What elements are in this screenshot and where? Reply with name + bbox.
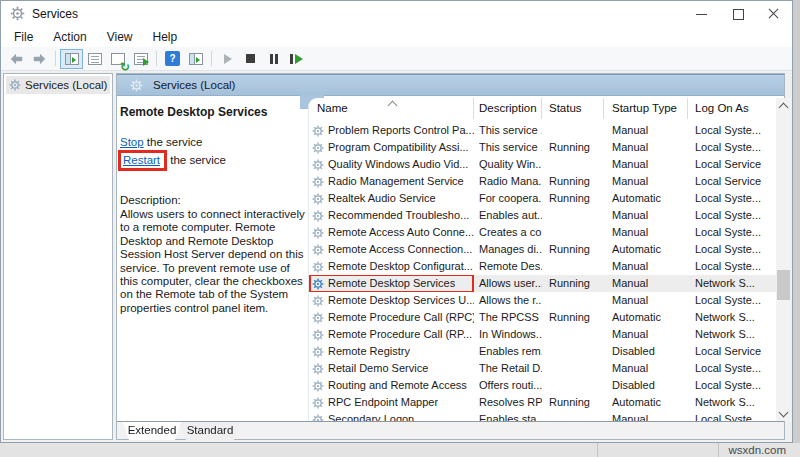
service-status-cell: Running (542, 241, 604, 258)
properties-icon[interactable] (83, 49, 106, 69)
minimize-button[interactable] (684, 1, 720, 27)
column-header-description[interactable]: Description (474, 98, 542, 119)
table-row[interactable]: Remote RegistryEnables rem...DisabledLoc… (309, 343, 777, 360)
forward-icon[interactable] (28, 49, 51, 69)
table-row[interactable]: Quality Windows Audio Vid...Quality Win.… (309, 156, 777, 173)
stop-service-icon[interactable] (239, 49, 262, 69)
column-header-log-on-as[interactable]: Log On As (688, 98, 777, 119)
service-name-cell: Remote Desktop Services U... (309, 292, 474, 309)
service-status-cell (542, 360, 604, 377)
service-status-cell: Running (542, 190, 604, 207)
show-action-pane-icon[interactable] (184, 49, 207, 69)
service-gear-icon (312, 329, 324, 341)
service-gear-icon (312, 193, 324, 205)
table-row[interactable]: Remote Access Connection...Manages di...… (309, 241, 777, 258)
service-name: Remote Registry (328, 343, 410, 360)
taskpad-header-bar: Services (Local) (117, 74, 784, 96)
start-service-icon[interactable] (216, 49, 239, 69)
scrollbar-thumb[interactable] (777, 270, 790, 300)
table-row[interactable]: Realtek Audio ServiceFor coopera...Runni… (309, 190, 777, 207)
service-name-cell: Retail Demo Service (309, 360, 474, 377)
main-area: Services (Local) Services (Local) Remote… (1, 71, 792, 442)
table-row[interactable]: RPC Endpoint MapperResolves RP...Running… (309, 394, 777, 411)
table-row[interactable]: Remote Procedure Call (RPC)The RPCSS s..… (309, 309, 777, 326)
menu-action[interactable]: Action (43, 28, 96, 46)
service-name: RPC Endpoint Mapper (328, 394, 438, 411)
tree-item-services-local[interactable]: Services (Local) (6, 76, 110, 94)
scroll-up-icon[interactable] (776, 98, 791, 113)
close-button[interactable] (756, 1, 792, 27)
service-name: Secondary Logon (328, 411, 414, 421)
service-startup-type-cell: Manual (604, 258, 688, 275)
export-list-icon[interactable] (129, 49, 152, 69)
back-icon[interactable] (5, 49, 28, 69)
restart-line-suffix: the service (167, 154, 226, 166)
service-status-cell (542, 343, 604, 360)
table-row[interactable]: Remote Procedure Call (RP...In Windows..… (309, 326, 777, 343)
table-row[interactable]: Remote Desktop ServicesAllows user...Run… (309, 275, 777, 292)
service-name: Quality Windows Audio Vid... (328, 156, 468, 173)
table-row[interactable]: Routing and Remote AccessOffers routi...… (309, 377, 777, 394)
service-description-cell: Manages di... (474, 241, 542, 258)
table-row[interactable]: Problem Reports Control Pa...This servic… (309, 122, 777, 139)
toolbar: ↻ (1, 47, 792, 71)
service-status-cell (542, 156, 604, 173)
menu-view[interactable]: View (97, 28, 143, 46)
help-icon[interactable] (161, 49, 184, 69)
column-header-status[interactable]: Status (542, 98, 604, 119)
table-row[interactable]: Radio Management ServiceRadio Mana...Run… (309, 173, 777, 190)
service-startup-type-cell: Automatic (604, 190, 688, 207)
show-console-tree-icon[interactable] (60, 49, 83, 69)
tab-extended[interactable]: Extended (123, 422, 181, 440)
service-name: Remote Desktop Services U... (328, 292, 474, 309)
service-log-on-as-cell: Local Syste... (688, 258, 777, 275)
service-description-cell: Quality Win... (474, 156, 542, 173)
service-startup-type-cell: Manual (604, 326, 688, 343)
scroll-down-icon[interactable] (776, 406, 791, 421)
services-window: Services File Action View Help (0, 0, 793, 443)
window-title: Services (32, 7, 78, 21)
service-description-cell: This service ... (474, 122, 542, 139)
table-row[interactable]: Remote Desktop Services U...Allows the r… (309, 292, 777, 309)
band-divider (597, 443, 598, 457)
table-row[interactable]: Retail Demo ServiceThe Retail D...Manual… (309, 360, 777, 377)
table-row[interactable]: Remote Desktop Configurat...Remote Des..… (309, 258, 777, 275)
maximize-button[interactable] (720, 1, 756, 27)
screenshot-root: Services File Action View Help (0, 0, 800, 457)
refresh-icon[interactable]: ↻ (106, 49, 129, 69)
table-row[interactable]: Remote Access Auto Conne...Creates a co.… (309, 224, 777, 241)
service-startup-type-cell: Manual (604, 207, 688, 224)
service-log-on-as-cell: Local Service (688, 343, 777, 360)
service-name: Remote Procedure Call (RPC) (328, 309, 474, 326)
list-header: Name Description Status Startup Type Log… (309, 98, 777, 120)
restart-service-link[interactable]: Restart (123, 154, 160, 166)
service-log-on-as-cell: Local Service (688, 173, 777, 190)
table-row[interactable]: Secondary LogonEnables sta...ManualLocal… (309, 411, 777, 421)
restart-service-icon[interactable] (285, 49, 308, 69)
service-description-cell: Enables rem... (474, 343, 542, 360)
service-description-cell: Remote Des... (474, 258, 542, 275)
table-row[interactable]: Recommended Troublesho...Enables aut...M… (309, 207, 777, 224)
table-row[interactable]: Program Compatibility Assi...This servic… (309, 139, 777, 156)
service-name-cell: Recommended Troublesho... (309, 207, 474, 224)
service-rows: Problem Reports Control Pa...This servic… (309, 122, 777, 421)
column-header-startup-type[interactable]: Startup Type (604, 98, 688, 119)
description-label: Description: (120, 194, 317, 206)
stop-service-link[interactable]: Stop (120, 136, 144, 148)
service-description-cell: In Windows... (474, 326, 542, 343)
menu-help[interactable]: Help (143, 28, 188, 46)
service-startup-type-cell: Manual (604, 122, 688, 139)
service-description-cell: For coopera... (474, 190, 542, 207)
toolbar-separator (55, 51, 56, 66)
title-bar[interactable]: Services (1, 1, 792, 27)
service-status-cell (542, 377, 604, 394)
service-name-cell: Remote Desktop Services (309, 275, 474, 292)
pause-service-icon[interactable] (262, 49, 285, 69)
service-description-cell: Enables sta... (474, 411, 542, 421)
menu-file[interactable]: File (4, 28, 43, 46)
restart-highlight-box: Restart (118, 150, 167, 171)
service-gear-icon (312, 312, 324, 324)
tab-standard[interactable]: Standard (180, 422, 240, 440)
service-log-on-as-cell: Local Syste... (688, 360, 777, 377)
vertical-scrollbar[interactable] (776, 98, 791, 421)
